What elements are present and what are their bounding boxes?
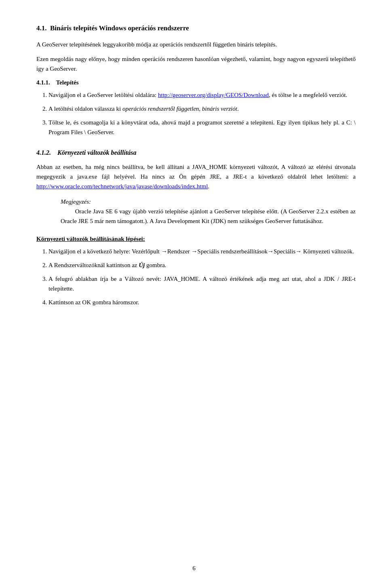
step-411-2-end: . bbox=[237, 105, 239, 112]
step-411-1: Navigáljon el a GeoServer letöltési olda… bbox=[48, 90, 356, 100]
subsection-412-heading: 4.1.2. Környezeti változók beállítása bbox=[36, 149, 356, 156]
subsection-411-label: Telepítés bbox=[56, 79, 78, 86]
oracle-jre-link[interactable]: http://www.oracle.com/technetwork/java/j… bbox=[36, 183, 208, 190]
step-411-3-text: Töltse le, és csomagolja ki a könyvtárat… bbox=[48, 119, 346, 126]
env-step-1-text2: Rendszer bbox=[167, 248, 192, 255]
geoserver-download-link[interactable]: http://geoserver.org/display/GEOS/Downlo… bbox=[158, 92, 269, 98]
env-step-2-bold-italic: Új bbox=[139, 262, 145, 268]
page: 4.1. Bináris telepítés Windows operációs… bbox=[0, 0, 388, 588]
env-step-1-text5: Környezeti változók. bbox=[302, 248, 354, 255]
env-step-1-arrow4: → bbox=[295, 248, 302, 255]
env-step-1-text4: Speciális bbox=[274, 248, 295, 255]
para-412-end: . bbox=[208, 183, 209, 190]
step-411-2: A letöltési oldalon válassza ki operáció… bbox=[48, 104, 356, 114]
note-block: Megjegyzés: Oracle Java SE 6 vagy újabb … bbox=[61, 197, 356, 226]
env-step-2-end: gombra. bbox=[145, 262, 166, 268]
heading-number: 4.1. bbox=[36, 24, 47, 32]
heading-title: Bináris telepítés Windows operációs rend… bbox=[50, 24, 189, 32]
step-411-1-text-before: Navigáljon el a GeoServer letöltési olda… bbox=[48, 92, 158, 98]
step-411-2-text: A letöltési oldalon válassza ki bbox=[48, 105, 122, 112]
intro-para-1: A GeoServer telepítésének leggyakoribb m… bbox=[36, 40, 356, 49]
subsection-412-number: 4.1.2. bbox=[36, 149, 51, 156]
step-411-3: Töltse le, és csomagolja ki a könyvtárat… bbox=[48, 118, 356, 137]
step-411-2-italic: operációs rendszertől független, bináris… bbox=[122, 105, 237, 112]
env-step-1-arrow1: → bbox=[161, 248, 167, 255]
env-step-4: Kattintson az OK gombra háromszor. bbox=[48, 297, 356, 307]
note-label: Megjegyzés: bbox=[61, 198, 91, 205]
env-step-2: A Rendszerváltozóknál kattintson az Új g… bbox=[48, 260, 356, 270]
env-step-1-text3: Speciális rendszerbeállítások bbox=[197, 248, 268, 255]
env-step-1-text1: Navigáljon el a következő helyre: Vezérl… bbox=[48, 248, 161, 255]
env-step-1: Navigáljon el a következő helyre: Vezérl… bbox=[48, 247, 356, 256]
intro-para-2: Ezen megoldás nagy előnye, hogy minden o… bbox=[36, 54, 356, 74]
env-steps-heading: Környezeti változók beállításának lépése… bbox=[36, 236, 356, 242]
env-steps-section: Környezeti változók beállításának lépése… bbox=[36, 236, 356, 307]
steps-411-list: Navigáljon el a GeoServer letöltési olda… bbox=[48, 90, 356, 137]
env-step-4-text: Kattintson az OK gombra háromszor. bbox=[48, 299, 139, 306]
env-step-2-text: A Rendszerváltozóknál kattintson az bbox=[48, 262, 139, 268]
note-text: Megjegyzés: Oracle Java SE 6 vagy újabb … bbox=[61, 197, 356, 226]
env-step-1-arrow2: → bbox=[191, 248, 197, 255]
subsection-411: 4.1.1. Telepítés Navigáljon el a GeoServ… bbox=[36, 79, 356, 137]
step-411-3-end: . bbox=[113, 129, 115, 135]
main-heading: 4.1. Bináris telepítés Windows operációs… bbox=[36, 24, 356, 32]
subsection-411-title: 4.1.1. Telepítés bbox=[36, 79, 356, 86]
para-412: Abban az esetben, ha még nincs beállítva… bbox=[36, 162, 356, 191]
subsection-411-number: 4.1.1. bbox=[36, 79, 50, 86]
step-411-1-text-after: , és töltse le a megfelelő verziót. bbox=[269, 92, 347, 98]
para-412-text1: Abban az esetben, ha még nincs beállítva… bbox=[36, 164, 356, 180]
env-step-1-arrow3: → bbox=[268, 248, 274, 255]
page-number: 6 bbox=[192, 565, 196, 572]
subsection-412: 4.1.2. Környezeti változók beállítása Ab… bbox=[36, 149, 356, 226]
note-body: Oracle Java SE 6 vagy újabb verzió telep… bbox=[61, 208, 356, 224]
subsection-412-label: Környezeti változók beállítása bbox=[57, 149, 137, 156]
main-heading-section: 4.1. Bináris telepítés Windows operációs… bbox=[36, 24, 356, 32]
env-steps-list: Navigáljon el a következő helyre: Vezérl… bbox=[48, 247, 356, 307]
env-step-3: A felugró ablakban írja be a Változó nev… bbox=[48, 274, 356, 293]
env-step-3-text: A felugró ablakban írja be a Változó nev… bbox=[48, 276, 356, 292]
